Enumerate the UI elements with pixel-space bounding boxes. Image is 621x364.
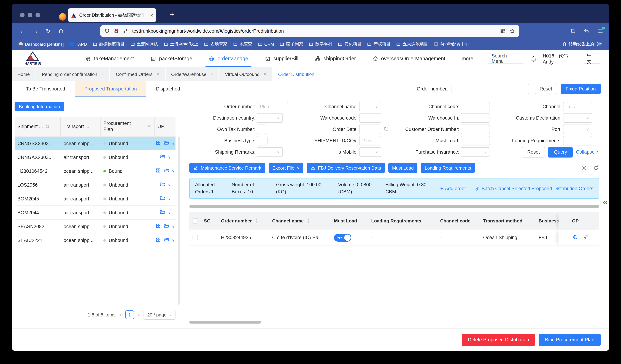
- page-number[interactable]: 1: [125, 310, 134, 319]
- page-tab[interactable]: OrderWarehouse ×: [165, 67, 219, 81]
- folder-op-icon[interactable]: [159, 154, 166, 161]
- channel-name-select[interactable]: ∨: [359, 102, 381, 111]
- booking-information-badge[interactable]: Booking Information: [15, 102, 64, 111]
- folder-op-icon[interactable]: [159, 209, 166, 216]
- refresh-icon[interactable]: ↻: [43, 26, 53, 36]
- must-load-input[interactable]: [461, 136, 490, 145]
- sort-icons[interactable]: ▲▼: [255, 218, 258, 223]
- nav-item-takemanagement[interactable]: takeManagement: [77, 50, 142, 67]
- collapse-link[interactable]: Collapse ∧: [576, 149, 599, 155]
- language-button[interactable]: 中 文: [584, 54, 600, 63]
- left-scrollbar[interactable]: [178, 137, 180, 305]
- search-icon[interactable]: [45, 124, 50, 129]
- booking-row[interactable]: BOM2045 air transport Unbound ∨: [15, 192, 175, 206]
- bookmark-item[interactable]: Apollo配置中心: [434, 41, 469, 47]
- sort-icons[interactable]: ▲▼: [307, 218, 310, 223]
- close-icon[interactable]: ×: [318, 72, 321, 77]
- fixed-position-button[interactable]: Fixed Position: [561, 84, 601, 94]
- order-number-input[interactable]: [451, 84, 529, 94]
- grid-op-icon[interactable]: [155, 237, 161, 243]
- is-mobile-select[interactable]: ∨: [359, 147, 381, 157]
- bookmark-star-icon[interactable]: [509, 28, 515, 34]
- shield-icon[interactable]: [104, 28, 110, 34]
- chevron-down-icon[interactable]: ∨: [172, 224, 175, 228]
- nav-item-supplierbill[interactable]: supplierBill: [256, 50, 306, 67]
- action-button[interactable]: FBJ Delivery Reservation Data: [307, 163, 385, 173]
- chevron-down-icon[interactable]: ∨: [168, 183, 171, 187]
- folder-op-icon[interactable]: [163, 167, 170, 174]
- page-tab[interactable]: Home: [12, 67, 35, 81]
- qr-code-icon[interactable]: [500, 28, 505, 34]
- batch-cancel-link[interactable]: Batch Cancel Selected Proposed Distribut…: [474, 186, 593, 191]
- booking-row[interactable]: CNNGSX2303... ocean shipp... Unbound ∨: [15, 137, 175, 150]
- bookmark-item[interactable]: 土流网stg/线上: [164, 41, 198, 47]
- url-bar[interactable]: testtrunkbookingmgr.hart-worldwide.com/#…: [100, 25, 519, 37]
- forward-icon[interactable]: →: [30, 26, 40, 36]
- grid-op-icon[interactable]: [155, 168, 161, 174]
- browser-tab[interactable]: Order Distribution - 赫德国际物流 ×: [68, 8, 156, 22]
- back-icon[interactable]: ←: [17, 26, 28, 36]
- close-icon[interactable]: ×: [210, 72, 213, 77]
- customs-declaration-select[interactable]: ∨: [563, 113, 592, 123]
- page-size-select[interactable]: 20 / page ∨: [144, 310, 175, 320]
- row-checkbox[interactable]: [192, 235, 198, 240]
- page-tab[interactable]: Confirmed Orders ×: [110, 67, 165, 81]
- purchase-insurance-select[interactable]: ∨: [461, 147, 490, 157]
- action-button[interactable]: Must Load: [388, 163, 417, 173]
- bookmark-item[interactable]: TAPD: [69, 42, 87, 47]
- grid-op-icon[interactable]: [155, 223, 161, 230]
- next-page-icon[interactable]: >: [138, 312, 140, 317]
- booking-row[interactable]: BOM2044 air transport Unbound ∨: [15, 206, 175, 220]
- prev-page-icon[interactable]: <: [119, 312, 122, 317]
- sub-tab[interactable]: Proposed Transportation: [75, 81, 147, 97]
- nav-item-ordermanage[interactable]: orderManage: [201, 50, 257, 67]
- bookmark-item[interactable]: 农场管家: [204, 41, 227, 47]
- warehouse-in-input[interactable]: [461, 113, 490, 123]
- shipment-id-input[interactable]: Plea...: [359, 136, 381, 145]
- mobile-bookmarks[interactable]: 移动设备上的书签: [562, 41, 603, 47]
- undo-arrow-icon[interactable]: [583, 28, 590, 34]
- column-procurement-plan[interactable]: Procurement Plan: [101, 117, 155, 136]
- chevron-down-icon[interactable]: ∨: [168, 155, 171, 159]
- destination-country-select[interactable]: ∨: [257, 113, 283, 123]
- must-load-toggle[interactable]: Yes: [334, 234, 351, 241]
- minimize-window-button[interactable]: [28, 13, 32, 17]
- new-tab-button[interactable]: +: [170, 10, 174, 19]
- close-icon[interactable]: ×: [263, 72, 266, 77]
- chevron-down-icon[interactable]: ∨: [168, 197, 171, 201]
- page-tab[interactable]: Pending order confirmation ×: [36, 67, 109, 81]
- bookmark-item[interactable]: 地查查: [233, 41, 252, 47]
- action-button[interactable]: Export File ∨: [268, 163, 303, 173]
- view-detail-icon[interactable]: [572, 234, 578, 241]
- delete-proposed-distribution-button[interactable]: Delete Proposed Distribution: [462, 334, 535, 346]
- link-op-icon[interactable]: [583, 234, 589, 241]
- booking-row[interactable]: CNNGAX2303... air transport Unbound ∨: [15, 150, 175, 164]
- bookmark-item[interactable]: 五大连池项目: [396, 41, 428, 47]
- permissions-icon[interactable]: [122, 28, 129, 34]
- nav-item-shippingorder[interactable]: shippingOrder: [306, 50, 364, 67]
- folder-op-icon[interactable]: [163, 237, 170, 244]
- sub-tab[interactable]: To Be Transported: [16, 81, 75, 97]
- bookmark-item[interactable]: 赫德物流项目: [93, 41, 124, 47]
- lock-slash-icon[interactable]: [113, 28, 119, 34]
- chevron-down-icon[interactable]: ∨: [172, 238, 175, 242]
- orders-column-channel-name[interactable]: Channel name ▲▼: [269, 212, 331, 230]
- chevron-down-icon[interactable]: ∨: [168, 211, 171, 214]
- bookmark-item[interactable]: 产权项目: [367, 41, 390, 47]
- nav-item-packetstorage[interactable]: packetStorage: [142, 50, 201, 67]
- order-number-input[interactable]: Plea...: [257, 102, 288, 111]
- bind-procurement-plan-button[interactable]: Bind Procurement Plan: [539, 334, 601, 346]
- bookmark-item[interactable]: 燕子到家: [280, 41, 303, 47]
- warehouse-code-input[interactable]: [359, 113, 381, 123]
- orders-column-order-number[interactable]: Order number ▲▼: [218, 212, 269, 230]
- close-window-button[interactable]: [20, 13, 24, 17]
- zoom-window-button[interactable]: [35, 13, 40, 17]
- form-reset-button[interactable]: Reset: [522, 147, 545, 157]
- filter-icon[interactable]: [147, 124, 151, 129]
- booking-row[interactable]: SEAIC2221 ocean shipp... Unbound ∨: [15, 234, 175, 247]
- chevron-down-icon[interactable]: ∨: [172, 141, 175, 145]
- action-button[interactable]: Loading Requirements: [421, 163, 475, 173]
- loading-requirements-input[interactable]: [563, 136, 592, 145]
- bookmark-item[interactable]: CRM: [258, 42, 274, 47]
- bookmark-item[interactable]: 安化项目: [338, 41, 361, 47]
